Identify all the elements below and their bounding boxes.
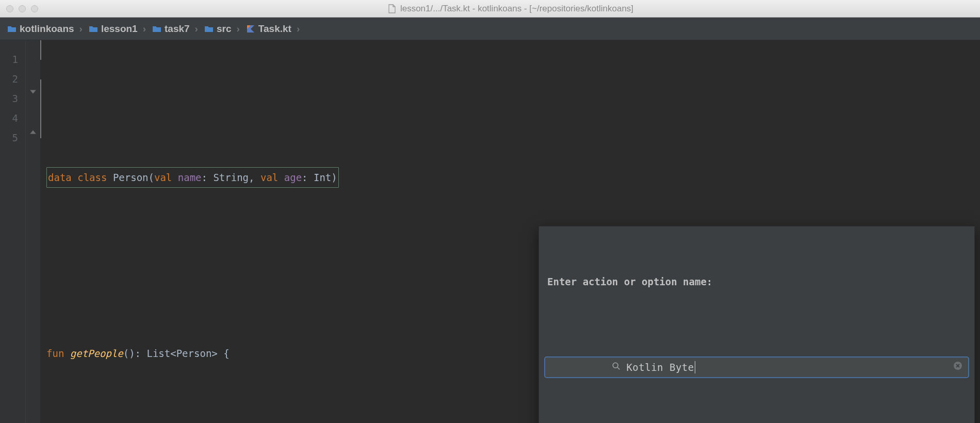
folder-icon xyxy=(89,24,98,34)
keyword: fun xyxy=(46,348,64,359)
breadcrumb-bar: kotlinkoans › lesson1 › task7 › src › Ta… xyxy=(0,18,980,40)
class-name: Person xyxy=(113,172,149,183)
breadcrumb-item-root[interactable]: kotlinkoans › xyxy=(4,23,86,35)
window-titlebar: lesson1/.../Task.kt - kotlinkoans - [~/r… xyxy=(0,0,980,18)
breadcrumb-label: Task.kt xyxy=(258,23,291,35)
keyword: val xyxy=(154,172,172,183)
folder-icon xyxy=(204,24,214,34)
identifier: age xyxy=(284,172,302,183)
function-name: getPeople xyxy=(70,348,123,359)
code-area[interactable]: data class Person(val name: String, val … xyxy=(40,40,980,423)
fold-toggle-close-icon[interactable] xyxy=(29,128,37,136)
breadcrumb-label: lesson1 xyxy=(101,23,138,35)
keyword: val xyxy=(260,172,278,183)
chevron-right-icon: › xyxy=(195,23,198,35)
minimize-window-button[interactable] xyxy=(19,5,26,12)
fold-toggle-open-icon[interactable] xyxy=(29,88,37,96)
popup-prompt: Enter action or option name: xyxy=(539,266,974,296)
find-action-popup: Enter action or option name: Kotlin Byte… xyxy=(538,226,975,423)
line-number: 2 xyxy=(0,69,18,89)
identifier: name xyxy=(178,172,202,183)
svg-point-2 xyxy=(613,363,618,368)
action-search-input[interactable]: Kotlin Byte xyxy=(544,356,969,378)
window-controls xyxy=(6,5,38,12)
breadcrumb-item-task7[interactable]: task7 › xyxy=(149,23,201,35)
kotlin-file-icon xyxy=(246,24,255,34)
breadcrumb-item-file[interactable]: Task.kt › xyxy=(243,23,303,35)
search-icon xyxy=(550,338,621,397)
breadcrumb-item-src[interactable]: src › xyxy=(201,23,243,35)
type: String xyxy=(213,172,249,183)
breadcrumb-label: task7 xyxy=(165,23,190,35)
zoom-window-button[interactable] xyxy=(31,5,38,12)
line-number: 4 xyxy=(0,108,18,128)
change-marker xyxy=(40,79,41,138)
chevron-right-icon: › xyxy=(143,23,146,35)
svg-line-3 xyxy=(617,367,619,369)
folder-icon xyxy=(7,24,17,34)
chevron-right-icon: › xyxy=(236,23,239,35)
window-title-text: lesson1/.../Task.kt - kotlinkoans - [~/r… xyxy=(400,4,633,14)
window-title: lesson1/.../Task.kt - kotlinkoans - [~/r… xyxy=(47,4,974,14)
breadcrumb-label: src xyxy=(217,23,232,35)
line-number: 1 xyxy=(0,50,18,69)
code-editor[interactable]: 1 2 3 4 5 data class Person(val name: St… xyxy=(0,40,980,423)
line-number: 3 xyxy=(0,89,18,108)
keyword: data xyxy=(48,172,72,183)
breadcrumb-item-lesson1[interactable]: lesson1 › xyxy=(86,23,149,35)
type: Int xyxy=(314,172,331,183)
breadcrumb-label: kotlinkoans xyxy=(20,23,74,35)
close-window-button[interactable] xyxy=(6,5,13,12)
code-line: data class Person(val name: String, val … xyxy=(46,167,975,187)
line-number: 5 xyxy=(0,128,18,148)
chevron-right-icon: › xyxy=(297,23,300,35)
fold-gutter xyxy=(26,40,40,423)
file-icon xyxy=(388,4,396,13)
keyword: class xyxy=(77,172,107,183)
text-caret xyxy=(695,361,695,373)
clear-search-button[interactable] xyxy=(891,338,963,397)
chevron-right-icon: › xyxy=(79,23,83,35)
search-query-text: Kotlin Byte xyxy=(626,357,886,377)
line-number-gutter: 1 2 3 4 5 xyxy=(0,40,26,423)
folder-icon xyxy=(152,24,161,34)
change-marker xyxy=(40,40,41,60)
